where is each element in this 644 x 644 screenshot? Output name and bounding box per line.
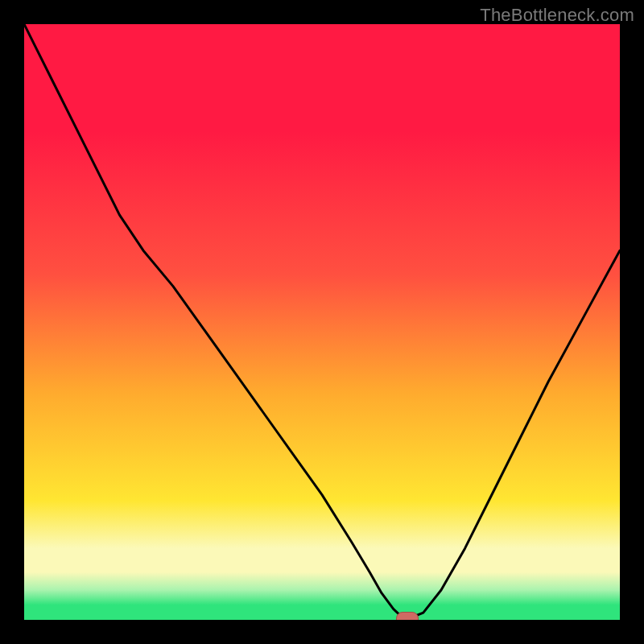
chart-frame: TheBottleneck.com [0,0,644,644]
bottleneck-curve [24,24,620,620]
plot-area [24,24,620,620]
watermark-text: TheBottleneck.com [480,5,634,26]
optimal-point-marker [396,612,419,620]
